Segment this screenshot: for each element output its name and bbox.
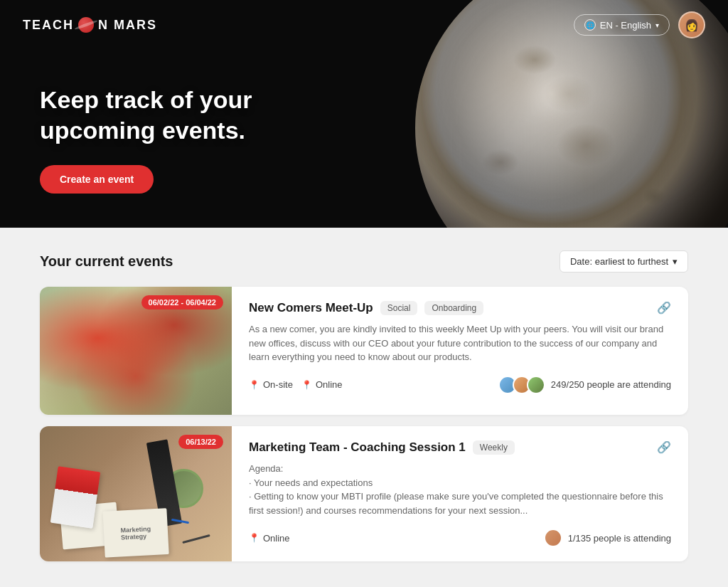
event-title-row-1: New Comers Meet-Up Social Onboarding — [249, 301, 483, 315]
event-title-row-2: Marketing Team - Coaching Session 1 Week… — [249, 440, 515, 455]
section-header: Your current events Date: earliest to fu… — [40, 250, 688, 273]
location-onsite: 📍 On-site — [249, 379, 293, 390]
event-info-2: Marketing Team - Coaching Session 1 Week… — [232, 426, 688, 561]
attendees-count-2: 1/135 people is attending — [568, 533, 671, 544]
location-label-onsite: On-site — [263, 379, 293, 390]
avatar-stack-1 — [498, 376, 545, 394]
event-header-row-2: Marketing Team - Coaching Session 1 Week… — [249, 440, 671, 455]
location-online-2: 📍 Online — [249, 533, 290, 544]
event-date-badge-2: 06/13/22 — [178, 435, 223, 449]
event-title-2: Marketing Team - Coaching Session 1 — [249, 440, 466, 455]
hero-content: Keep track of your upcoming events. Crea… — [40, 85, 310, 194]
attendees-count-1: 249/250 people are attending — [551, 379, 671, 390]
chevron-down-icon: ▾ — [655, 21, 659, 29]
logo: TEACH N MARS — [23, 17, 157, 33]
event-footer-2: 📍 Online 1/135 people is attending — [249, 529, 671, 547]
event-image-1: 06/02/22 - 06/04/22 — [40, 287, 232, 415]
location-online-1: 📍 Online — [301, 379, 343, 390]
hero-title: Keep track of your upcoming events. — [40, 85, 310, 145]
hero-section: TEACH N MARS 🌐 EN - English ▾ 👩 Keep tra… — [0, 0, 728, 228]
event-tag-onboarding: Onboarding — [424, 301, 483, 315]
event-title-1: New Comers Meet-Up — [249, 301, 373, 315]
location-tags-1: 📍 On-site 📍 Online — [249, 379, 342, 390]
event-tag-social: Social — [380, 301, 418, 315]
section-title: Your current events — [40, 253, 173, 270]
globe-icon: 🌐 — [584, 19, 596, 31]
event-description-2: Agenda: · Your needs and expectations · … — [249, 462, 671, 517]
sort-label: Date: earliest to furthest — [570, 256, 668, 267]
sort-chevron-icon: ▾ — [673, 256, 678, 267]
create-event-button[interactable]: Create an event — [40, 165, 154, 194]
location-tags-2: 📍 Online — [249, 533, 290, 544]
logo-text-before: TEACH — [23, 18, 74, 33]
event-tag-weekly: Weekly — [473, 440, 515, 455]
user-avatar[interactable]: 👩 — [678, 11, 705, 38]
attendees-section-1: 249/250 people are attending — [498, 376, 671, 394]
attendee-avatar-3 — [527, 376, 545, 394]
share-icon-2[interactable]: 🔗 — [657, 440, 671, 454]
pin-icon-2: 📍 — [301, 380, 312, 390]
share-icon-1[interactable]: 🔗 — [657, 301, 671, 314]
nav-right: 🌐 EN - English ▾ 👩 — [574, 11, 705, 38]
sort-dropdown[interactable]: Date: earliest to furthest ▾ — [560, 250, 688, 273]
event-footer-1: 📍 On-site 📍 Online 249/250 people are at — [249, 376, 671, 394]
location-label-online-1: Online — [316, 379, 343, 390]
lang-label: EN - English — [600, 20, 651, 31]
attendees-section-2: 1/135 people is attending — [544, 529, 671, 547]
pin-icon: 📍 — [249, 380, 259, 390]
event-description-1: As a new comer, you are kindly invited t… — [249, 322, 671, 364]
location-label-online-2: Online — [263, 533, 290, 544]
event-header-row-1: New Comers Meet-Up Social Onboarding 🔗 — [249, 301, 671, 315]
avatar-stack-2 — [544, 529, 562, 547]
logo-text-after: N MARS — [98, 18, 157, 33]
logo-planet-icon — [78, 17, 94, 33]
main-content: Your current events Date: earliest to fu… — [0, 228, 728, 587]
navbar: TEACH N MARS 🌐 EN - English ▾ 👩 — [0, 0, 728, 50]
event-card: 06/02/22 - 06/04/22 New Comers Meet-Up S… — [40, 287, 688, 415]
pin-icon-3: 📍 — [249, 533, 259, 543]
event-date-badge-1: 06/02/22 - 06/04/22 — [141, 295, 223, 310]
event-image-2: MarketingStrategy 06/13/22 — [40, 426, 232, 561]
event-info-1: New Comers Meet-Up Social Onboarding 🔗 A… — [232, 287, 688, 415]
attendee-avatar-solo — [544, 529, 562, 547]
language-selector[interactable]: 🌐 EN - English ▾ — [574, 14, 670, 36]
event-card-2: MarketingStrategy 06/13/22 Marketing Tea… — [40, 426, 688, 561]
